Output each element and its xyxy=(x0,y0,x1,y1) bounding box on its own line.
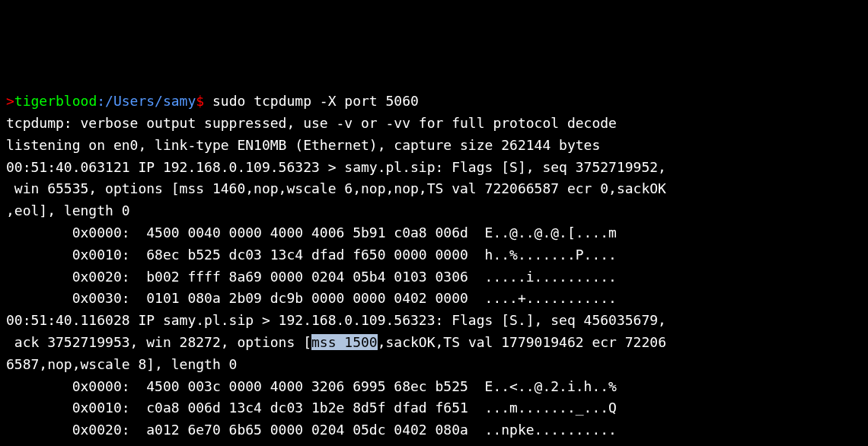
output-line: 00:51:40.063121 IP 192.168.0.109.56323 >… xyxy=(6,157,862,179)
hex-dump-line: 0x0010: c0a8 006d 13c4 dc03 1b2e 8d5f df… xyxy=(6,397,862,419)
prompt-sep: : xyxy=(97,93,105,109)
hex-dump-line: 0x0020: a012 6e70 6b65 0000 0204 05dc 04… xyxy=(6,419,862,441)
output-line: listening on en0, link-type EN10MB (Ethe… xyxy=(6,135,862,157)
hex-dump-line: 0x0000: 4500 0040 0000 4000 4006 5b91 c0… xyxy=(6,222,862,244)
output-text: ack 3752719953, win 28272, options [ xyxy=(6,334,311,350)
output-line: 00:51:40.116028 IP samy.pl.sip > 192.168… xyxy=(6,310,862,332)
hex-dump-line: 0x0010: 68ec b525 dc03 13c4 dfad f650 00… xyxy=(6,244,862,266)
output-line: tcpdump: verbose output suppressed, use … xyxy=(6,113,862,135)
output-line: win 65535, options [mss 1460,nop,wscale … xyxy=(6,178,862,200)
prompt-dollar: $ xyxy=(196,93,204,109)
prompt-host: tigerblood xyxy=(14,93,97,109)
prompt-path: /Users/samy xyxy=(105,93,196,109)
command-text: sudo tcpdump -X port 5060 xyxy=(204,93,419,109)
output-line: 6587,nop,wscale 8], length 0 xyxy=(6,354,862,376)
output-line: ack 3752719953, win 28272, options [mss … xyxy=(6,332,862,354)
highlighted-text: mss 1500 xyxy=(311,334,378,350)
prompt-line[interactable]: >tigerblood:/Users/samy$ sudo tcpdump -X… xyxy=(6,91,862,113)
output-line: ,eol], length 0 xyxy=(6,200,862,222)
hex-dump-line: 0x0020: b002 ffff 8a69 0000 0204 05b4 01… xyxy=(6,266,862,288)
hex-dump-line: 0x0030: 0101 080a 2b09 dc9b 0000 0000 04… xyxy=(6,288,862,310)
output-text: ,sackOK,TS val 1779019462 ecr 72206 xyxy=(378,334,666,350)
hex-dump-line: 0x0030: 6a09 aec6 2b09 dc9b 0103 0308 54… xyxy=(6,441,862,446)
prompt-marker: > xyxy=(6,93,14,109)
hex-dump-line: 0x0000: 4500 003c 0000 4000 3206 6995 68… xyxy=(6,376,862,398)
